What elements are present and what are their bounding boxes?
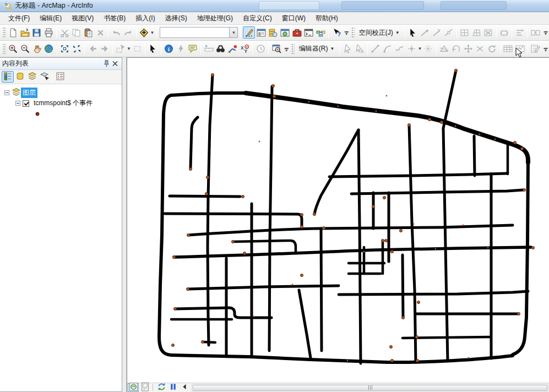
close-icon[interactable] <box>111 59 119 68</box>
title-bar[interactable]: 无标题 - ArcMap - ArcInfo <box>0 0 549 12</box>
road-segment <box>174 247 531 257</box>
road-segment <box>171 355 513 362</box>
save-document-button[interactable] <box>31 26 43 39</box>
arctoolbox-button[interactable] <box>291 26 303 39</box>
menu-item-5[interactable]: 选择(S) <box>160 12 192 25</box>
new-document-button[interactable] <box>7 26 19 39</box>
menu-item-9[interactable]: 帮助(H) <box>311 12 343 25</box>
adjustment-grid-b-icon <box>472 28 481 37</box>
layout-view-button[interactable] <box>139 383 150 392</box>
event-point <box>381 239 384 242</box>
event-point <box>201 340 204 343</box>
toolbar-overflow-button[interactable]: ▬▼ <box>542 43 549 55</box>
arccatalog-button[interactable] <box>279 26 291 39</box>
map-canvas[interactable] <box>127 58 549 383</box>
list-by-drawing-order-button[interactable] <box>2 71 14 83</box>
limited-adjustment-area-button <box>498 26 510 39</box>
table-of-contents-window-button[interactable] <box>255 26 267 39</box>
horizontal-scrollbar[interactable] <box>192 384 548 392</box>
html-popup-button[interactable] <box>187 43 199 55</box>
select-elements-button[interactable] <box>147 43 159 55</box>
event-point <box>172 255 175 258</box>
chevron-down-icon[interactable]: ▼ <box>127 43 131 55</box>
toolbar-grip[interactable] <box>2 27 6 38</box>
event-point <box>313 213 316 215</box>
go-to-xy-button[interactable]: XY <box>239 43 251 55</box>
proportion-tool-button <box>422 43 434 55</box>
find-button[interactable] <box>215 43 227 55</box>
paste-button[interactable] <box>83 26 95 39</box>
pin-icon[interactable] <box>102 59 111 68</box>
toolbar-overflow-button[interactable]: ▬▼ <box>343 26 350 39</box>
event-point <box>186 287 189 290</box>
fixed-zoom-in-button[interactable] <box>59 43 71 55</box>
zoom-out-button[interactable] <box>19 43 31 55</box>
menu-item-7[interactable]: 自定义(C) <box>238 12 277 25</box>
map-scale-combo[interactable]: ▼ <box>160 27 238 38</box>
chevron-down-icon[interactable]: ▼ <box>417 43 422 55</box>
layers-group-label[interactable]: 图层 <box>21 88 37 98</box>
event-point-small <box>479 134 481 135</box>
layer-label[interactable]: tcmmspoint$ 个事件 <box>32 98 94 108</box>
open-document-icon <box>20 28 30 37</box>
adjustment-select-button[interactable] <box>407 26 419 39</box>
cut-polygons-icon <box>439 44 449 53</box>
identify-button[interactable]: i <box>163 43 175 55</box>
chevron-down-icon[interactable]: ▼ <box>229 28 237 37</box>
menu-item-8[interactable]: 窗口(W) <box>277 12 311 25</box>
python-window-button[interactable] <box>303 26 315 39</box>
copy-icon <box>72 28 81 37</box>
print-button[interactable] <box>43 26 55 39</box>
road-segment <box>403 255 403 318</box>
hyperlink-button <box>175 43 187 55</box>
scrollbar-thumb[interactable] <box>193 385 547 391</box>
find-icon <box>216 44 225 53</box>
editor-sketch-button[interactable] <box>243 26 255 39</box>
event-point <box>300 225 303 228</box>
model-builder-button[interactable] <box>315 26 327 39</box>
toolbar-grip[interactable] <box>2 43 6 55</box>
tree-row-layers[interactable]: 图层 <box>0 88 122 98</box>
collapse-icon[interactable] <box>4 90 9 95</box>
collapse-icon[interactable] <box>15 101 20 106</box>
fixed-zoom-out-button[interactable] <box>71 43 83 55</box>
chevron-down-icon[interactable]: ▼ <box>150 26 154 39</box>
toolbar-grip[interactable] <box>291 43 295 55</box>
full-extent-button[interactable] <box>43 43 55 55</box>
help-whats-this-button[interactable]: ? <box>330 26 343 39</box>
data-view-button[interactable] <box>128 383 139 392</box>
editor-menu-button[interactable]: 编辑器(R)▼ <box>296 43 338 55</box>
panel-splitter[interactable] <box>122 57 127 392</box>
toolbar-grip[interactable] <box>351 27 355 38</box>
pan-button[interactable] <box>31 43 43 55</box>
adjustment-grid-c-icon <box>483 28 493 37</box>
menu-item-4[interactable]: 插入(I) <box>131 12 160 25</box>
menu-item-0[interactable]: 文件(F) <box>3 12 35 25</box>
menu-item-6[interactable]: 地理处理(G) <box>192 12 238 25</box>
list-by-source-button[interactable] <box>14 71 26 83</box>
zoom-in-button[interactable] <box>7 43 19 55</box>
tree-row-symbol[interactable] <box>0 108 122 119</box>
spatial-adjustment-menu-button[interactable]: 空间校正(J)▼ <box>356 26 403 39</box>
add-data-button[interactable] <box>138 26 150 39</box>
refresh-view-button[interactable] <box>156 383 167 392</box>
open-document-button[interactable] <box>19 26 31 39</box>
tree-row-layer[interactable]: tcmmspoint$ 个事件 <box>0 98 122 108</box>
list-by-visibility-button[interactable] <box>26 71 38 83</box>
toolbar-separator <box>367 43 368 55</box>
event-point-small <box>376 111 377 112</box>
toolbar-overflow-button[interactable]: ▬▼ <box>283 43 290 55</box>
catalog-window-button[interactable] <box>267 26 279 39</box>
menu-item-3[interactable]: 书签(B) <box>99 12 131 25</box>
toc-options-button[interactable] <box>54 71 66 83</box>
toolbar-overflow-button[interactable]: ▬▼ <box>542 26 549 39</box>
find-route-button[interactable] <box>227 43 239 55</box>
pause-drawing-button[interactable] <box>167 383 178 392</box>
attribute-transfer-button <box>514 26 526 39</box>
viewer-window-button[interactable] <box>270 43 282 55</box>
layer-visibility-checkbox[interactable] <box>23 100 29 107</box>
scroll-left-button[interactable] <box>179 383 190 392</box>
menu-item-1[interactable]: 编辑(E) <box>35 12 67 25</box>
menu-item-2[interactable]: 视图(V) <box>67 12 99 25</box>
list-by-selection-button[interactable] <box>38 71 50 83</box>
